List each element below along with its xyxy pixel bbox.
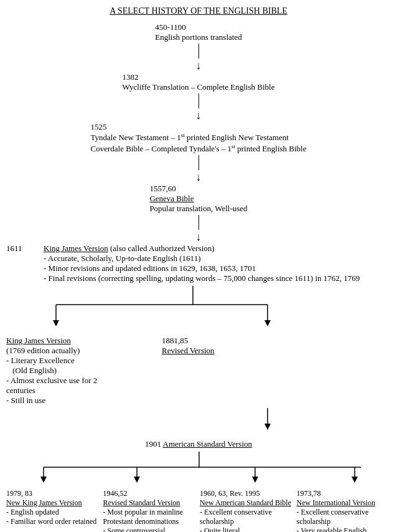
nkjv-name: New King James Version bbox=[6, 498, 82, 507]
entry-1611: 1611 King James Version (also called Aut… bbox=[6, 244, 391, 283]
branch-svg bbox=[6, 286, 391, 336]
four-cols-row: 1979, 83 New King James Version - Englis… bbox=[6, 489, 391, 532]
entry-1557: 1557,60 Geneva Bible Popular translation… bbox=[6, 184, 391, 244]
arrow-to-asv bbox=[6, 408, 391, 439]
desc2-1611: - Accurate, Scholarly, Up-to-date Englis… bbox=[44, 254, 200, 263]
branch-1769 bbox=[6, 286, 391, 336]
svg-marker-14 bbox=[134, 477, 140, 483]
year-1611: 1611 bbox=[6, 244, 22, 253]
desc-1525-l2: Coverdale Bible – Completed Tyndale's – … bbox=[91, 144, 307, 153]
col-rsv: 1946,52 Revised Standard Version - Most … bbox=[103, 489, 198, 532]
desc-1557: Popular translation, Well-used bbox=[149, 204, 247, 213]
svg-marker-16 bbox=[252, 477, 258, 483]
kjv-1769-b2: - Almost exclusive use for 2 centuries bbox=[6, 376, 97, 395]
arrow-line bbox=[198, 155, 199, 170]
desc-1382: Wycliffe Translation – Complete English … bbox=[123, 82, 275, 92]
col-niv: 1973,78 New International Version - Exce… bbox=[297, 489, 391, 532]
svg-marker-4 bbox=[53, 320, 59, 326]
rsv-name: Revised Standard Version bbox=[103, 498, 180, 507]
page-title: A SELECT HISTORY OF THE ENGLISH BIBLE bbox=[6, 6, 391, 16]
desc-450: English portions translated bbox=[155, 32, 241, 42]
desc3-1611: - Minor revisions and updated editions i… bbox=[44, 264, 256, 273]
rsv-years: 1946,52 bbox=[103, 489, 128, 498]
year-450: 450-1100 bbox=[155, 22, 185, 32]
kjv-1769-block: King James Version (1769 edition actuall… bbox=[6, 336, 118, 406]
name-1611: King James Version bbox=[44, 244, 108, 253]
nasb-b2: - Quite literal bbox=[200, 526, 240, 532]
entry-1382: 1382 Wycliffe Translation – Complete Eng… bbox=[6, 72, 391, 122]
niv-years: 1973,78 bbox=[297, 489, 321, 498]
rv-year: 1881,85 bbox=[162, 336, 188, 345]
entry-asv: 1901 American Standard Version bbox=[6, 439, 391, 449]
svg-marker-12 bbox=[40, 477, 47, 483]
rv-name: Revised Version bbox=[162, 346, 215, 355]
nasb-name: New American Standard Bible bbox=[200, 498, 291, 507]
rsv-b2: - Some controversial renderings bbox=[103, 526, 166, 532]
year-1557: 1557,60 bbox=[149, 184, 175, 193]
asv-year: 1901 bbox=[145, 439, 163, 449]
niv-name: New International Version bbox=[297, 498, 375, 507]
arrow-down: ↓ bbox=[196, 231, 202, 242]
four-branch-svg bbox=[6, 452, 391, 489]
kjv-1769-b1b: (Old English) bbox=[6, 366, 57, 375]
nasb-b1: - Excellent conservative scholarship bbox=[200, 508, 272, 526]
arrow-line bbox=[198, 93, 199, 108]
niv-b2: - Very readable English bbox=[297, 526, 367, 532]
entry-450: 450-1100 English portions translated ↓ bbox=[6, 22, 391, 72]
svg-marker-18 bbox=[352, 477, 358, 483]
year-1525: 1525 bbox=[91, 122, 107, 131]
kjv-1769-b3: - Still in use bbox=[6, 396, 45, 405]
kjv-1769-name: King James Version bbox=[6, 336, 71, 345]
arrow-down: ↓ bbox=[196, 110, 202, 121]
four-branch bbox=[6, 452, 391, 489]
niv-b1: - Excellent conservative scholarship bbox=[297, 508, 369, 526]
arrow-down: ↓ bbox=[196, 171, 202, 183]
desc1-1611: (also called Authorized Version) bbox=[110, 244, 215, 253]
page: A SELECT HISTORY OF THE ENGLISH BIBLE 45… bbox=[6, 6, 391, 532]
kjv-1769-sub: (1769 edition actually) bbox=[6, 346, 80, 355]
branch-row-1769: King James Version (1769 edition actuall… bbox=[6, 336, 391, 406]
nasb-years: 1960, 63, Rev. 1995 bbox=[200, 489, 260, 498]
asv-arrow-svg bbox=[6, 408, 391, 439]
entry-1525: 1525 Tyndale New Testament – 1st printed… bbox=[6, 122, 391, 184]
desc4-1611: - Final revisions (correcting spelling, … bbox=[44, 273, 360, 283]
nkjv-years: 1979, 83 bbox=[6, 489, 32, 498]
col-nasb: 1960, 63, Rev. 1995 New American Standar… bbox=[200, 489, 294, 532]
name-1557: Geneva Bible bbox=[149, 194, 194, 203]
arrow-down: ↓ bbox=[196, 60, 202, 71]
nkjv-b1: - English updated bbox=[6, 508, 59, 516]
year-1382: 1382 bbox=[123, 72, 139, 82]
svg-marker-8 bbox=[264, 424, 271, 430]
svg-marker-6 bbox=[264, 320, 271, 326]
desc-1525-l1: Tyndale New Testament – 1st printed Engl… bbox=[91, 133, 289, 142]
nkjv-b2: - Familiar word order retained bbox=[6, 517, 96, 526]
revised-version-block: 1881,85 Revised Version bbox=[124, 336, 391, 356]
rsv-b1: - Most popular in mainline Protestant de… bbox=[103, 508, 184, 526]
asv-name: American Standard Version bbox=[163, 439, 252, 449]
kjv-1769-b1: - Literary Excellence bbox=[6, 356, 75, 365]
arrow-line bbox=[198, 215, 199, 230]
col-nkjv: 1979, 83 New King James Version - Englis… bbox=[6, 489, 101, 526]
arrow-line bbox=[198, 44, 199, 59]
